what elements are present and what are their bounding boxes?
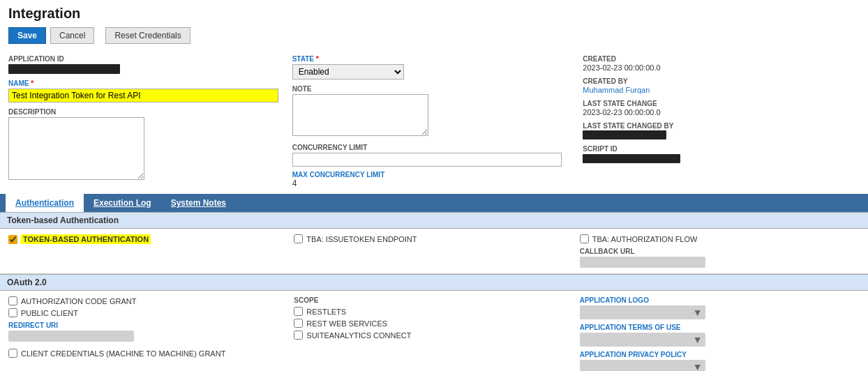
client-credentials-label: CLIENT CREDENTIALS (MACHINE TO MACHINE) …	[21, 349, 225, 358]
scope-label: SCOPE	[294, 296, 574, 304]
suiteanalytics-checkbox[interactable]	[294, 331, 303, 340]
app-logo-dropdown[interactable]: ▼	[580, 305, 705, 319]
auth-flow-col: TBA: AUTHORIZATION FLOW CALLBACK URL	[580, 234, 860, 268]
state-label: STATE	[292, 55, 562, 63]
tba-label: TOKEN-BASED AUTHENTICATION	[21, 234, 151, 244]
rest-web-services-label: REST WEB SERVICES	[306, 319, 387, 328]
tba-col: TOKEN-BASED AUTHENTICATION	[8, 234, 288, 268]
created-by-label: CREATED BY	[583, 77, 860, 85]
client-credentials-row: CLIENT CREDENTIALS (MACHINE TO MACHINE) …	[8, 349, 288, 358]
script-id-label: SCRIPT ID	[583, 145, 860, 153]
state-select[interactable]: Enabled Disabled	[292, 64, 404, 80]
app-terms-dropdown-arrow: ▼	[693, 334, 703, 345]
auth-area: TOKEN-BASED AUTHENTICATION TBA: ISSUETOK…	[0, 229, 868, 274]
tab-execution-log[interactable]: Execution Log	[84, 194, 161, 212]
script-id-value	[583, 154, 680, 163]
cancel-button[interactable]: Cancel	[50, 27, 94, 44]
tba-checkbox-row: TOKEN-BASED AUTHENTICATION	[8, 234, 288, 244]
oauth-area: AUTHORIZATION CODE GRANT PUBLIC CLIENT R…	[0, 291, 868, 371]
public-client-label: PUBLIC CLIENT	[21, 309, 78, 317]
app-logo-dropdown-arrow: ▼	[693, 307, 703, 318]
oauth-section-header: OAuth 2.0	[0, 274, 868, 291]
name-label: NAME	[8, 80, 278, 87]
auth-flow-checkbox[interactable]	[580, 234, 589, 243]
form-left-col: APPLICATION ID NAME DESCRIPTION	[8, 50, 292, 188]
last-state-changed-by-label: LAST STATE CHANGED BY	[583, 122, 860, 130]
suiteanalytics-label: SUITEANALYTICS CONNECT	[306, 331, 411, 340]
app-privacy-dropdown-arrow: ▼	[693, 361, 703, 371]
app-terms-label: APPLICATION TERMS OF USE	[580, 324, 860, 331]
public-client-row: PUBLIC CLIENT	[8, 308, 288, 317]
reset-credentials-button[interactable]: Reset Credentials	[105, 27, 190, 44]
tba-checkbox[interactable]	[8, 235, 17, 244]
auth-code-label: AUTHORIZATION CODE GRANT	[21, 297, 136, 305]
save-button[interactable]: Save	[8, 27, 46, 44]
redirect-uri-label: REDIRECT URI	[8, 321, 288, 329]
tab-system-notes[interactable]: System Notes	[161, 194, 236, 212]
app-privacy-label: APPLICATION PRIVACY POLICY	[580, 351, 860, 358]
app-id-label: APPLICATION ID	[8, 55, 278, 63]
auth-flow-checkbox-row: TBA: AUTHORIZATION FLOW	[580, 234, 860, 243]
suiteanalytics-row: SUITEANALYTICS CONNECT	[294, 331, 574, 340]
last-state-changed-by-value	[583, 130, 666, 139]
description-textarea[interactable]	[8, 117, 144, 180]
note-label: NOTE	[292, 85, 562, 93]
created-label: CREATED	[583, 55, 860, 63]
oauth-right-col: APPLICATION LOGO ▼ APPLICATION TERMS OF …	[580, 296, 860, 371]
description-label: DESCRIPTION	[8, 108, 278, 116]
redirect-uri-bar	[8, 331, 134, 342]
issuetoken-col: TBA: ISSUETOKEN ENDPOINT	[294, 234, 574, 268]
tba-section-header: Token-based Authentication	[0, 212, 868, 229]
page-title: Integration	[0, 0, 868, 24]
max-concurrency-label: MAX CONCURRENCY LIMIT	[292, 171, 562, 179]
auth-code-checkbox[interactable]	[8, 296, 17, 305]
app-privacy-dropdown[interactable]: ▼	[580, 360, 705, 371]
rest-web-services-row: REST WEB SERVICES	[294, 319, 574, 328]
issuetoken-label: TBA: ISSUETOKEN ENDPOINT	[306, 235, 417, 243]
callback-url-label: CALLBACK URL	[580, 248, 860, 255]
max-concurrency-value: 4	[292, 179, 562, 188]
concurrency-input[interactable]	[292, 153, 562, 167]
form-mid-col: STATE Enabled Disabled NOTE CONCURRENCY …	[292, 50, 576, 188]
last-state-change-value: 2023-02-23 00:00:00.0	[583, 108, 860, 116]
callback-url-bar	[580, 257, 705, 268]
tabs-bar: Authentication Execution Log System Note…	[0, 194, 868, 212]
oauth-mid-col: SCOPE RESTLETS REST WEB SERVICES SUITEAN…	[294, 296, 574, 371]
restlets-row: RESTLETS	[294, 307, 574, 316]
restlets-checkbox[interactable]	[294, 307, 303, 316]
app-logo-label: APPLICATION LOGO	[580, 296, 860, 304]
app-terms-dropdown[interactable]: ▼	[580, 333, 705, 347]
auth-flow-label: TBA: AUTHORIZATION FLOW	[592, 235, 698, 243]
oauth-left-col: AUTHORIZATION CODE GRANT PUBLIC CLIENT R…	[8, 296, 288, 371]
created-value: 2023-02-23 00:00:00.0	[583, 63, 860, 72]
auth-code-row: AUTHORIZATION CODE GRANT	[8, 296, 288, 305]
rest-web-services-checkbox[interactable]	[294, 319, 303, 328]
last-state-change-label: LAST STATE CHANGE	[583, 100, 860, 107]
restlets-label: RESTLETS	[306, 308, 346, 316]
tab-authentication[interactable]: Authentication	[6, 194, 84, 212]
meta-col: CREATED 2023-02-23 00:00:00.0 CREATED BY…	[576, 50, 860, 188]
app-id-value	[8, 64, 120, 74]
issuetoken-checkbox-row: TBA: ISSUETOKEN ENDPOINT	[294, 234, 574, 243]
concurrency-label: CONCURRENCY LIMIT	[292, 144, 562, 151]
name-input[interactable]	[8, 89, 278, 103]
client-credentials-checkbox[interactable]	[8, 349, 17, 358]
issuetoken-checkbox[interactable]	[294, 234, 303, 243]
note-textarea[interactable]	[292, 94, 428, 136]
toolbar: Save Cancel Reset Credentials	[0, 24, 868, 50]
public-client-checkbox[interactable]	[8, 308, 17, 317]
created-by-value: Muhammad Furqan	[583, 86, 860, 94]
main-form: APPLICATION ID NAME DESCRIPTION STATE En…	[0, 50, 868, 188]
